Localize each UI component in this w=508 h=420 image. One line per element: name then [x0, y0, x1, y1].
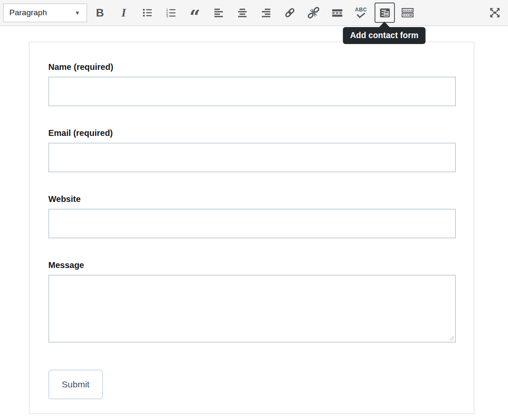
spellcheck-button[interactable]: ABC — [352, 3, 370, 23]
blockquote-button[interactable]: “ — [186, 3, 204, 23]
name-field-label: Name (required) — [48, 62, 456, 72]
spellcheck-icon: ABC — [355, 7, 367, 18]
numbered-list-button[interactable]: 1 2 3 — [162, 3, 180, 23]
name-input[interactable] — [48, 77, 456, 106]
bulleted-list-icon — [142, 7, 153, 18]
website-input[interactable] — [48, 209, 456, 238]
align-center-button[interactable] — [233, 3, 252, 23]
align-center-icon — [237, 7, 248, 18]
align-right-icon — [261, 7, 272, 18]
website-field: Website — [48, 194, 456, 238]
bold-icon: B — [96, 6, 104, 19]
add-contact-form-tooltip: Add contact form — [343, 27, 425, 44]
contact-form-icon — [379, 7, 391, 19]
message-field-label: Message — [48, 260, 456, 270]
keyboard-icon — [401, 7, 414, 19]
fullscreen-icon — [489, 6, 501, 19]
blockquote-icon: “ — [189, 15, 200, 19]
name-field: Name (required) — [48, 62, 456, 106]
submit-button[interactable]: Submit — [48, 370, 103, 399]
message-textarea[interactable] — [48, 275, 456, 343]
italic-icon: I — [122, 6, 126, 19]
email-field-label: Email (required) — [48, 128, 456, 138]
align-left-button[interactable] — [209, 3, 228, 23]
insert-read-more-button[interactable] — [328, 3, 347, 23]
align-right-button[interactable] — [257, 3, 275, 23]
italic-button[interactable]: I — [114, 3, 133, 23]
insert-link-button[interactable] — [280, 3, 299, 23]
align-left-icon — [213, 7, 224, 18]
dropdown-caret-icon: ▼ — [75, 10, 80, 16]
website-field-label: Website — [48, 194, 456, 204]
resize-handle-icon[interactable] — [449, 335, 454, 340]
numbered-list-icon: 1 2 3 — [166, 7, 177, 18]
editor-toolbar: Paragraph ▼ B I 1 2 3 “ — [0, 0, 508, 26]
paragraph-format-dropdown[interactable]: Paragraph ▼ — [3, 3, 87, 22]
remove-link-button[interactable] — [304, 3, 323, 23]
tooltip-text: Add contact form — [350, 30, 418, 40]
contact-form-preview: Name (required) Email (required) Website… — [29, 41, 475, 414]
read-more-icon — [331, 7, 343, 19]
add-contact-form-button[interactable] — [375, 3, 395, 23]
email-input[interactable] — [48, 143, 456, 172]
bold-button[interactable]: B — [91, 3, 109, 23]
link-icon — [284, 7, 296, 19]
unlink-icon — [308, 7, 319, 19]
svg-text:3: 3 — [166, 14, 168, 18]
editor-content: Name (required) Email (required) Website… — [0, 26, 508, 414]
bulleted-list-button[interactable] — [138, 3, 157, 23]
email-field: Email (required) — [48, 128, 456, 172]
fullscreen-button[interactable] — [486, 3, 504, 23]
keyboard-shortcuts-button[interactable] — [398, 3, 417, 23]
paragraph-format-value: Paragraph — [9, 8, 47, 17]
message-field: Message — [48, 260, 456, 343]
